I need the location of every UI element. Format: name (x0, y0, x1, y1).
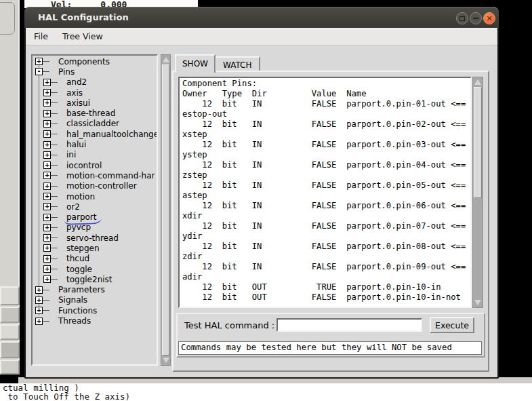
scroll-down-arrow-icon[interactable] (473, 298, 483, 307)
expand-icon[interactable]: + (35, 307, 43, 314)
expand-icon[interactable]: + (43, 255, 51, 263)
expand-icon[interactable]: + (43, 183, 51, 190)
expand-icon[interactable]: + (43, 193, 51, 200)
close-icon: ✕ (486, 15, 492, 22)
expand-icon[interactable]: + (43, 265, 51, 273)
expand-icon[interactable]: + (43, 79, 51, 86)
tree-item-Parameters[interactable]: +Parameters (33, 285, 157, 295)
background-button-fragment (0, 360, 20, 375)
tree-scrollbar[interactable] (161, 54, 171, 366)
command-note: Commands may be tested here but they wil… (178, 341, 482, 355)
expand-icon[interactable]: + (43, 172, 51, 179)
tree-item-toggle2nist[interactable]: +toggle2nist (33, 274, 157, 284)
expand-icon[interactable]: + (43, 214, 51, 221)
output-scrollbar[interactable] (472, 77, 483, 308)
background-console-text: ctual milling ) to Touch Off the Z axis) (0, 383, 532, 401)
tree-item-label: Pins (58, 67, 75, 77)
tree-item-thcud[interactable]: +thcud (33, 254, 157, 264)
tree-item-and2[interactable]: +and2 (33, 77, 157, 88)
expand-icon[interactable]: + (43, 224, 51, 231)
hal-command-input[interactable] (277, 318, 422, 332)
tree-item-parport[interactable]: +parport (33, 212, 157, 222)
background-left-panel (0, 0, 20, 375)
pin-output-text: Component Pins: Owner Type Dir Value Nam… (180, 78, 470, 303)
tree-item-label: stepgen (66, 244, 100, 253)
maximize-icon (459, 16, 465, 21)
tree-item-stepgen[interactable]: +stepgen (33, 243, 157, 253)
component-tree[interactable]: +Components-Pins+and2+axis+axisui+base-t… (31, 54, 158, 366)
tree-item-base-thread[interactable]: +base-thread (33, 108, 157, 118)
expand-icon[interactable]: + (43, 161, 51, 169)
execute-button[interactable]: Execute (430, 317, 474, 333)
pin-output-widget[interactable]: Component Pins: Owner Type Dir Value Nam… (178, 77, 472, 308)
tree-item-label: iocontrol (66, 161, 102, 170)
tree-item-Signals[interactable]: +Signals (33, 295, 157, 305)
tree-item-halui[interactable]: +halui (33, 139, 157, 149)
tree-item-label: Signals (58, 295, 87, 305)
tree-item-or2[interactable]: +or2 (33, 202, 157, 212)
window-titlebar[interactable]: HAL Configuration ✕ (24, 7, 499, 28)
tree-item-label: axis (66, 88, 83, 98)
tree-item-label: toggle (66, 265, 92, 274)
tree-item-axisui[interactable]: +axisui (33, 98, 157, 108)
menu-tree-view[interactable]: Tree View (57, 28, 108, 41)
tree-item-Threads[interactable]: +Threads (33, 316, 157, 326)
output-scrollbar-thumb[interactable] (474, 87, 482, 198)
expand-icon[interactable]: + (43, 234, 51, 242)
tree-item-pyvcp[interactable]: +pyvcp (33, 223, 157, 233)
tree-item-servo-thread[interactable]: +servo-thread (33, 233, 157, 243)
component-tree-panel: +Components-Pins+and2+axis+axisui+base-t… (31, 54, 171, 366)
close-button[interactable]: ✕ (483, 12, 495, 24)
scroll-up-arrow-icon[interactable] (473, 77, 483, 87)
menu-bar: File Tree View (26, 28, 497, 45)
minimize-icon (473, 18, 478, 19)
tree-item-motion-controller[interactable]: +motion-controller (33, 181, 157, 191)
tree-item-Pins[interactable]: -Pins (33, 66, 157, 77)
tree-item-Functions[interactable]: +Functions (33, 305, 157, 316)
tree-item-hal_manualtoolchange[interactable]: +hal_manualtoolchange (33, 129, 157, 139)
tree-item-axis[interactable]: +axis (33, 88, 157, 98)
minimize-button[interactable] (470, 12, 482, 24)
expand-icon[interactable]: + (43, 110, 51, 117)
expand-icon[interactable]: + (43, 120, 51, 128)
expand-icon[interactable]: + (43, 203, 51, 210)
background-button-fragment (0, 2, 15, 35)
expand-icon[interactable]: + (35, 318, 43, 325)
expand-icon[interactable]: + (43, 130, 51, 138)
show-tab-content: Component Pins: Owner Type Dir Value Nam… (172, 71, 489, 372)
tree-item-toggle[interactable]: +toggle (33, 264, 157, 274)
tree-item-label: pyvcp (66, 223, 91, 232)
screen: Vel:0.000 ctual milling ) to Touch Off t… (0, 0, 532, 401)
tree-item-classicladder[interactable]: +classicladder (33, 119, 157, 129)
tree-item-motion[interactable]: +motion (33, 191, 157, 202)
background-button-fragment (0, 324, 20, 340)
tree-scrollbar-thumb[interactable] (162, 64, 169, 356)
expand-icon[interactable]: + (35, 286, 43, 294)
window-title: HAL Configuration (38, 7, 129, 28)
tree-item-label: thcud (66, 254, 89, 263)
tree-item-label: motion-command-har (66, 171, 155, 180)
expand-icon[interactable]: + (43, 151, 51, 159)
tree-item-label: classicladder (66, 119, 119, 128)
scroll-up-arrow-icon[interactable] (161, 55, 170, 64)
expand-icon[interactable]: + (43, 244, 51, 252)
tree-item-ini[interactable]: +ini (33, 150, 157, 160)
expand-icon[interactable]: + (35, 297, 43, 304)
maximize-button[interactable] (456, 12, 468, 24)
tree-item-iocontrol[interactable]: +iocontrol (33, 160, 157, 170)
tab-show[interactable]: SHOW (175, 54, 216, 73)
tree-item-motion-command-har[interactable]: +motion-command-har (33, 170, 157, 180)
expand-icon[interactable]: + (43, 141, 51, 149)
expand-icon[interactable]: + (43, 99, 51, 107)
collapse-icon[interactable]: - (35, 68, 43, 75)
expand-icon[interactable]: + (35, 58, 43, 65)
tree-item-label: Components (58, 57, 110, 66)
expand-icon[interactable]: + (43, 275, 51, 283)
tree-item-Components[interactable]: +Components (33, 56, 157, 66)
expand-icon[interactable]: + (43, 89, 51, 96)
test-command-section: Test HAL command : Execute Commands may … (176, 313, 485, 358)
scroll-down-arrow-icon[interactable] (161, 356, 170, 365)
menu-file[interactable]: File (28, 28, 54, 41)
tree-item-label: base-thread (66, 109, 115, 118)
background-button-fragment (0, 286, 20, 305)
